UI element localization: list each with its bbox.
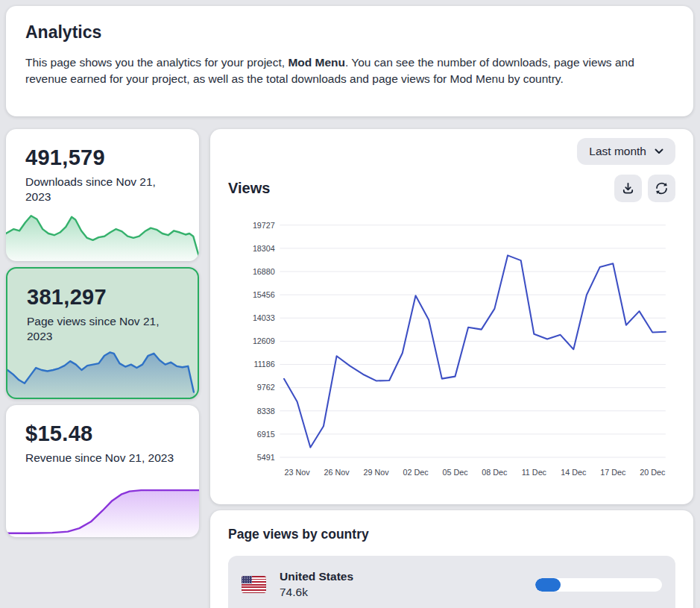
chevron-down-icon	[655, 148, 663, 154]
svg-text:02 Dec: 02 Dec	[403, 468, 429, 477]
country-row-united-states: United States 74.6k	[240, 563, 663, 606]
page-views-sparkline	[7, 342, 198, 398]
svg-text:16880: 16880	[253, 267, 275, 276]
svg-text:14 Dec: 14 Dec	[561, 468, 587, 477]
svg-text:8338: 8338	[257, 407, 275, 416]
range-selector-label: Last month	[589, 145, 646, 158]
description-text-before: This page shows you the analytics for yo…	[25, 56, 288, 69]
svg-text:17 Dec: 17 Dec	[600, 468, 626, 477]
views-chart-card: Last month Views	[210, 129, 693, 504]
refresh-chart-button[interactable]	[648, 175, 675, 202]
page-description: This page shows you the analytics for yo…	[25, 54, 674, 87]
svg-text:11 Dec: 11 Dec	[522, 468, 547, 477]
country-views-card: Page views by country United States 74.6…	[210, 510, 693, 608]
content-row: 491,579 Downloads since Nov 21, 2023 381…	[6, 129, 693, 608]
chart-actions	[614, 175, 675, 202]
page-title: Analytics	[25, 22, 674, 43]
revenue-label: Revenue since Nov 21, 2023	[25, 451, 180, 466]
country-bar-fill	[535, 578, 561, 592]
project-name: Mod Menu	[288, 56, 345, 69]
revenue-value: $15.48	[25, 421, 180, 446]
page-views-label: Page views since Nov 21, 2023	[27, 314, 178, 345]
revenue-sparkline	[6, 482, 199, 537]
svg-text:9762: 9762	[257, 383, 275, 392]
svg-text:29 Nov: 29 Nov	[364, 468, 390, 477]
svg-text:5491: 5491	[257, 453, 275, 462]
us-flag-icon	[242, 576, 266, 593]
refresh-icon	[655, 181, 669, 195]
views-title: Views	[228, 180, 270, 197]
svg-text:23 Nov: 23 Nov	[285, 468, 311, 477]
export-chart-button[interactable]	[614, 175, 642, 202]
downloads-sparkline	[6, 206, 199, 261]
country-name: United States	[280, 570, 535, 583]
svg-text:26 Nov: 26 Nov	[324, 468, 350, 477]
country-value: 74.6k	[280, 586, 535, 599]
svg-text:6915: 6915	[257, 430, 275, 439]
svg-text:05 Dec: 05 Dec	[442, 468, 468, 477]
downloads-label: Downloads since Nov 21, 2023	[25, 175, 180, 205]
analytics-header-card: Analytics This page shows you the analyt…	[6, 6, 693, 116]
range-selector-row: Last month	[228, 138, 675, 165]
country-bar-track	[535, 578, 662, 592]
charts-column: Last month Views	[210, 129, 693, 608]
stat-cards-column: 491,579 Downloads since Nov 21, 2023 381…	[6, 129, 199, 537]
views-line-chart: 5491691583389762111861260914033154561688…	[228, 208, 675, 494]
country-rows-panel: United States 74.6k India	[228, 556, 675, 608]
stat-card-page-views[interactable]: 381,297 Page views since Nov 21, 2023	[6, 267, 199, 399]
views-chart-area: 5491691583389762111861260914033154561688…	[228, 208, 675, 494]
svg-text:15456: 15456	[253, 290, 275, 299]
svg-text:18304: 18304	[253, 244, 275, 253]
svg-text:08 Dec: 08 Dec	[482, 468, 508, 477]
stat-card-revenue[interactable]: $15.48 Revenue since Nov 21, 2023	[6, 405, 199, 537]
svg-text:19727: 19727	[253, 221, 275, 230]
country-info: United States 74.6k	[280, 570, 535, 599]
svg-text:20 Dec: 20 Dec	[640, 468, 666, 477]
svg-text:14033: 14033	[253, 313, 275, 322]
range-selector-button[interactable]: Last month	[577, 138, 675, 165]
svg-text:11186: 11186	[253, 360, 274, 369]
svg-text:12609: 12609	[253, 336, 275, 345]
page-views-value: 381,297	[27, 285, 178, 310]
views-header-row: Views	[228, 175, 675, 202]
analytics-page: Analytics This page shows you the analyt…	[0, 0, 700, 608]
stat-card-downloads[interactable]: 491,579 Downloads since Nov 21, 2023	[6, 129, 199, 261]
downloads-value: 491,579	[25, 145, 180, 170]
country-card-title: Page views by country	[228, 527, 675, 542]
download-icon	[621, 181, 635, 195]
